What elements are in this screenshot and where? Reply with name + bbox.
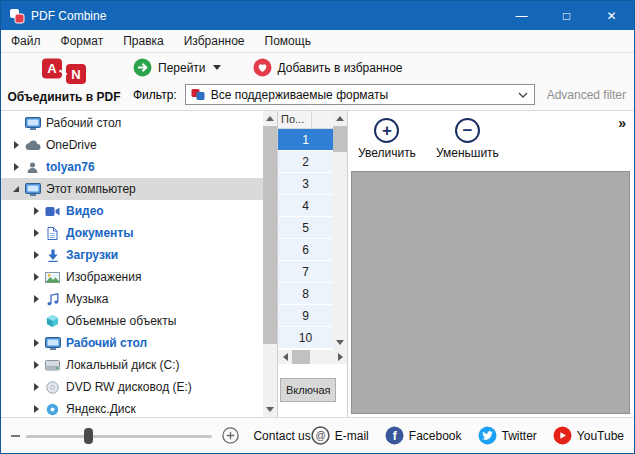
tree-item[interactable]: Изображения — [1, 266, 263, 288]
expand-toggle-icon[interactable] — [9, 186, 23, 192]
window-title: PDF Combine — [31, 9, 106, 23]
zoom-out-button[interactable]: − Уменьшить — [436, 118, 499, 160]
tree-scrollbar[interactable] — [263, 111, 277, 417]
titlebar: PDF Combine — □ ✕ — [1, 1, 634, 30]
file-order-panel: По... 12345678910 Включая — [278, 111, 348, 417]
minus-icon: − — [455, 118, 480, 143]
arrow-down-icon — [266, 407, 274, 412]
yadisk-icon — [43, 403, 62, 416]
expand-toggle-icon[interactable] — [29, 251, 43, 259]
expand-toggle-icon[interactable] — [29, 405, 43, 413]
file-list-scrollbar-thumb[interactable] — [333, 126, 347, 152]
zoom-slider[interactable] — [26, 427, 212, 445]
main-area: Рабочий стол OneDrive tolyan76 Этот комп… — [1, 111, 634, 417]
social-link[interactable]: f Facebook — [385, 426, 462, 445]
menu-item[interactable]: Файл — [1, 30, 51, 52]
tree-item[interactable]: Объемные объекты — [1, 310, 263, 332]
tree-item[interactable]: Этот компьютер — [1, 178, 263, 200]
zoom-plus-icon[interactable] — [222, 427, 239, 444]
file-order-row[interactable]: 9 — [278, 305, 333, 327]
close-button[interactable]: ✕ — [589, 1, 634, 30]
zoom-in-button[interactable]: + Увеличить — [358, 118, 416, 160]
scroll-up-button[interactable] — [263, 111, 277, 126]
expand-toggle-icon[interactable] — [9, 141, 23, 149]
music-icon — [43, 293, 62, 306]
tree-item[interactable]: Рабочий стол — [1, 112, 263, 134]
favorite-heart-icon — [253, 58, 272, 77]
go-button[interactable]: Перейти — [133, 58, 221, 77]
minimize-button[interactable]: — — [499, 1, 544, 30]
zoom-slider-track[interactable] — [26, 435, 212, 438]
file-order-row[interactable]: 3 — [278, 173, 333, 195]
pictures-icon — [43, 272, 62, 283]
scroll-up-button[interactable] — [333, 111, 347, 126]
expand-toggle-icon[interactable] — [29, 383, 43, 391]
menu-item[interactable]: Правка — [113, 30, 174, 52]
social-link[interactable]: Twitter — [478, 426, 537, 445]
expand-toggle-icon[interactable] — [29, 207, 43, 215]
tree-scrollbar-thumb[interactable] — [263, 126, 277, 344]
expand-toggle-icon[interactable] — [29, 229, 43, 237]
zoom-in-label: Увеличить — [358, 146, 416, 160]
file-order-row[interactable]: 5 — [278, 217, 333, 239]
add-to-favorites-button[interactable]: Добавить в избранное — [253, 58, 403, 77]
tree-item[interactable]: Рабочий стол — [1, 332, 263, 354]
tree-item[interactable]: Яндекс.Диск — [1, 398, 263, 417]
file-list-scrollbar[interactable] — [333, 111, 347, 350]
expand-panel-chevron-icon[interactable]: » — [618, 115, 626, 131]
tree-item[interactable]: Документы — [1, 222, 263, 244]
social-link[interactable]: YouTube — [553, 426, 624, 445]
contact-us-link[interactable]: Contact us — [253, 429, 310, 443]
tree-item[interactable]: Видео — [1, 200, 263, 222]
desktop-icon — [43, 337, 62, 350]
format-filter-dropdown[interactable]: Все поддерживаемые форматы — [185, 84, 535, 105]
plus-icon: + — [374, 118, 399, 143]
hscrollbar-thumb[interactable] — [292, 350, 310, 364]
go-arrow-icon — [133, 58, 152, 77]
video-icon — [43, 206, 62, 217]
expand-toggle-icon[interactable] — [29, 295, 43, 303]
tree-item[interactable]: tolyan76 — [1, 156, 263, 178]
file-order-row[interactable]: 7 — [278, 261, 333, 283]
preview-panel: » + Увеличить − Уменьшить — [348, 111, 634, 417]
file-order-row[interactable]: 10 — [278, 327, 333, 349]
menu-item[interactable]: Помощь — [255, 30, 321, 52]
include-column-header[interactable]: Включая — [280, 378, 336, 402]
documents-icon — [43, 227, 62, 240]
expand-toggle-icon[interactable] — [29, 273, 43, 281]
expand-toggle-icon[interactable] — [29, 339, 43, 347]
tree-item[interactable]: Музыка — [1, 288, 263, 310]
statusbar: Contact us @ E-mail f Facebook Twitter Y… — [1, 417, 634, 453]
file-order-row[interactable]: 6 — [278, 239, 333, 261]
social-link[interactable]: @ E-mail — [311, 426, 369, 445]
youtube-icon — [553, 426, 572, 445]
scroll-down-button[interactable] — [333, 335, 347, 350]
maximize-button[interactable]: □ — [544, 1, 589, 30]
expand-toggle-icon[interactable] — [29, 361, 43, 369]
toolbar: A N Объединить в PDF Перейти — [1, 53, 634, 111]
file-order-row[interactable]: 8 — [278, 283, 333, 305]
combine-to-pdf-button[interactable]: A N Объединить в PDF — [5, 55, 123, 107]
pdf-combine-logo-icon: A N — [41, 58, 87, 89]
tree-item[interactable]: OneDrive — [1, 134, 263, 156]
order-column-header[interactable]: По... — [278, 111, 333, 129]
file-order-row[interactable]: 1 — [278, 129, 333, 151]
tree-item[interactable]: Локальный диск (C:) — [1, 354, 263, 376]
scroll-left-button[interactable] — [278, 350, 292, 364]
arrow-left-icon — [283, 353, 288, 361]
tree-item[interactable]: DVD RW дисковод (E:) — [1, 376, 263, 398]
zoom-slider-thumb[interactable] — [84, 428, 93, 444]
dropdown-arrow-icon — [518, 92, 528, 98]
disk-icon — [43, 359, 62, 371]
file-order-row[interactable]: 2 — [278, 151, 333, 173]
advanced-filter-link[interactable]: Advanced filter — [547, 88, 626, 102]
menu-item[interactable]: Формат — [51, 30, 114, 52]
scroll-right-button[interactable] — [333, 350, 347, 364]
tree-item[interactable]: Загрузки — [1, 244, 263, 266]
file-list-hscrollbar[interactable] — [278, 350, 347, 364]
downloads-icon — [43, 249, 62, 262]
menu-item[interactable]: Избранное — [174, 30, 255, 52]
expand-toggle-icon[interactable] — [9, 163, 23, 171]
scroll-down-button[interactable] — [263, 402, 277, 417]
file-order-row[interactable]: 4 — [278, 195, 333, 217]
